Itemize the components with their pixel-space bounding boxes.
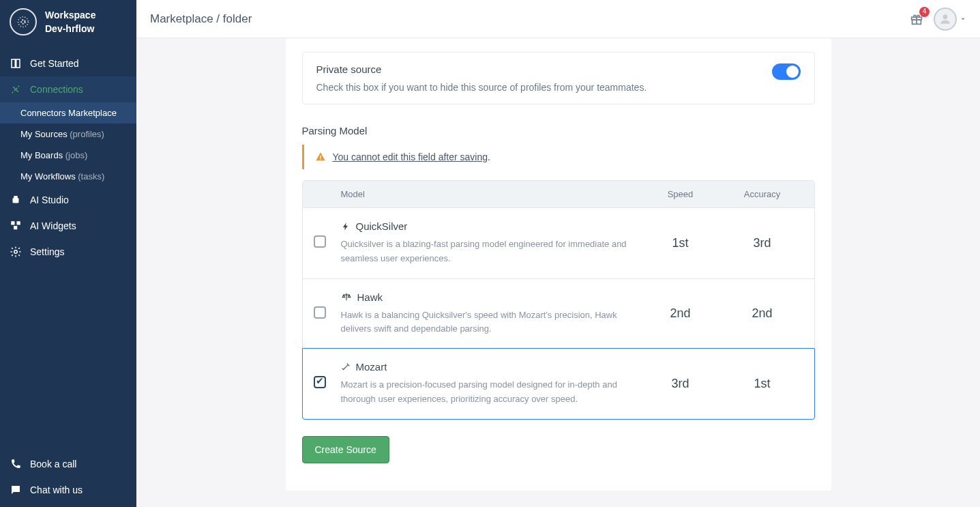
svg-point-0 [21, 20, 25, 24]
topbar: Marketplace / folder 4 [136, 0, 980, 38]
sidebar-sub-my-workflows[interactable]: My Workflows (tasks) [0, 166, 136, 187]
sidebar-sub-label: My Boards [20, 150, 63, 160]
svg-rect-13 [320, 156, 321, 158]
sidebar-item-label: Chat with us [30, 484, 83, 495]
phone-icon [10, 458, 22, 470]
column-model: Model [341, 189, 640, 199]
android-icon [10, 194, 22, 206]
table-header: Model Speed Accuracy [303, 181, 814, 207]
sidebar-item-label: Book a call [30, 459, 76, 469]
avatar-icon [934, 8, 957, 31]
sidebar-item-label: AI Studio [30, 194, 69, 205]
user-menu[interactable] [934, 8, 966, 31]
model-name: Hawk [357, 291, 383, 303]
svg-point-9 [14, 250, 18, 254]
private-source-box: Private source Check this box if you wan… [302, 52, 815, 104]
sidebar-item-label: AI Widgets [30, 220, 76, 231]
svg-point-12 [943, 14, 948, 19]
model-checkbox[interactable] [314, 235, 326, 248]
wand-icon [341, 362, 351, 372]
gear-icon [10, 246, 22, 258]
parsing-model-title: Parsing Model [286, 118, 831, 145]
warning-link[interactable]: You cannot edit this field after saving [333, 151, 488, 162]
sidebar-sub-label: Connectors Marketplace [20, 108, 117, 118]
sidebar-sub-suffix: (profiles) [70, 129, 104, 139]
toggle-knob [786, 66, 799, 78]
model-desc: Mozart is a precision-focused parsing mo… [341, 378, 640, 407]
plug-icon [10, 83, 22, 96]
parsing-model-table: Model Speed Accuracy QuickSilver [302, 180, 815, 420]
create-source-button[interactable]: Create Source [302, 436, 389, 463]
sidebar-item-ai-widgets[interactable]: AI Widgets [0, 213, 136, 239]
model-desc: Hawk is a balancing Quicksilver's speed … [341, 308, 640, 337]
sidebar-item-chat[interactable]: Chat with us [0, 477, 136, 503]
sidebar-sub-my-boards[interactable]: My Boards (jobs) [0, 145, 136, 166]
chevron-down-icon [960, 16, 966, 23]
sidebar-nav: Get Started Connections Connectors Marke… [0, 50, 136, 265]
scale-icon [341, 292, 352, 302]
model-speed: 3rd [640, 377, 722, 391]
model-accuracy: 2nd [722, 306, 803, 321]
sidebar-item-book-call[interactable]: Book a call [0, 451, 136, 477]
sidebar-sub-label: My Sources [20, 129, 68, 139]
widgets-icon [10, 220, 22, 232]
sidebar-sub-label: My Workflows [20, 171, 76, 182]
svg-rect-7 [17, 221, 20, 224]
workspace-logo-icon [10, 8, 37, 35]
sidebar-sub-suffix: (jobs) [65, 150, 88, 160]
model-checkbox[interactable] [314, 376, 326, 388]
warning-icon [315, 151, 326, 162]
sidebar-sub-suffix: (tasks) [78, 171, 104, 182]
svg-rect-8 [14, 226, 17, 229]
sidebar-item-ai-studio[interactable]: AI Studio [0, 187, 136, 213]
svg-point-1 [18, 17, 29, 27]
book-icon [10, 57, 22, 70]
table-row[interactable]: Hawk Hawk is a balancing Quicksilver's s… [303, 278, 814, 349]
workspace-label: Workspace [45, 10, 95, 20]
breadcrumb: Marketplace / folder [150, 12, 252, 26]
model-name: QuickSilver [356, 220, 408, 232]
svg-rect-2 [13, 198, 19, 203]
model-desc: Quicksilver is a blazing-fast parsing mo… [341, 237, 640, 266]
table-row[interactable]: Mozart Mozart is a precision-focused par… [302, 348, 815, 420]
svg-rect-6 [11, 221, 14, 224]
chat-icon [10, 484, 22, 496]
model-name: Mozart [356, 361, 387, 373]
sidebar-item-label: Connections [30, 84, 83, 95]
form-card: Private source Check this box if you wan… [286, 38, 831, 491]
model-speed: 1st [640, 236, 722, 250]
workspace-header: Workspace Dev-hrflow [0, 0, 136, 44]
bolt-icon [341, 222, 351, 231]
sidebar: Workspace Dev-hrflow Get Started Connect… [0, 0, 136, 507]
svg-rect-14 [320, 159, 321, 160]
column-speed: Speed [640, 189, 722, 199]
private-source-title: Private source [316, 63, 772, 75]
model-accuracy: 1st [722, 377, 803, 391]
sidebar-sub-my-sources[interactable]: My Sources (profiles) [0, 124, 136, 145]
svg-rect-5 [14, 196, 18, 198]
sidebar-sub-connectors-marketplace[interactable]: Connectors Marketplace [0, 102, 136, 124]
workspace-name: Dev-hrflow [45, 23, 95, 34]
notifications-button[interactable]: 4 [909, 12, 924, 27]
model-accuracy: 3rd [722, 236, 803, 250]
model-checkbox[interactable] [314, 306, 326, 319]
sidebar-item-get-started[interactable]: Get Started [0, 50, 136, 76]
sidebar-item-connections[interactable]: Connections [0, 76, 136, 102]
sidebar-item-label: Get Started [30, 58, 79, 69]
sidebar-item-settings[interactable]: Settings [0, 239, 136, 265]
column-accuracy: Accuracy [722, 189, 803, 199]
main: Marketplace / folder 4 [136, 0, 980, 507]
warning-alert: You cannot edit this field after saving. [302, 145, 815, 169]
model-speed: 2nd [640, 306, 722, 321]
sidebar-item-label: Settings [30, 246, 65, 257]
table-row[interactable]: QuickSilver Quicksilver is a blazing-fas… [303, 207, 814, 278]
private-source-desc: Check this box if you want to hide this … [316, 82, 772, 93]
notification-badge: 4 [919, 7, 930, 17]
private-source-toggle[interactable] [772, 63, 801, 80]
